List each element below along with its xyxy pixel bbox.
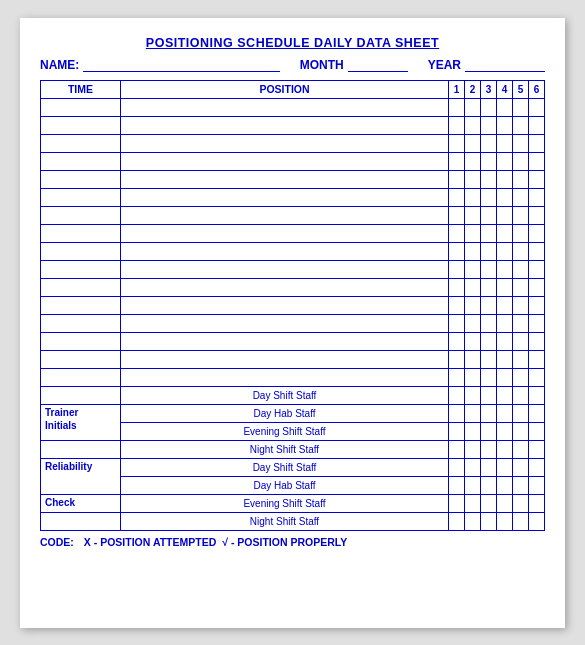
col-time-header: TIME xyxy=(41,80,121,98)
year-input-line[interactable] xyxy=(465,58,545,72)
staff-label-blank-3 xyxy=(41,512,121,530)
year-label: YEAR xyxy=(428,58,461,72)
table-row xyxy=(41,332,545,350)
col-3-header: 3 xyxy=(481,80,497,98)
table-row xyxy=(41,206,545,224)
month-input-line[interactable] xyxy=(348,58,408,72)
staff-day-shift: Day Shift Staff xyxy=(121,386,449,404)
staff-row-reliability-day-shift: Reliability Day Shift Staff xyxy=(41,458,545,476)
table-row xyxy=(41,224,545,242)
month-label: MONTH xyxy=(300,58,344,72)
code-row: CODE: X - POSITION ATTEMPTED √ - POSITIO… xyxy=(40,536,545,548)
table-row xyxy=(41,296,545,314)
table-row xyxy=(41,260,545,278)
staff-label-blank-1 xyxy=(41,386,121,404)
name-input-line[interactable] xyxy=(83,58,279,72)
table-row xyxy=(41,278,545,296)
main-table: TIME POSITION 1 2 3 4 5 6 xyxy=(40,80,545,531)
staff-row-reliability-evening: Check Evening Shift Staff xyxy=(41,494,545,512)
table-row xyxy=(41,350,545,368)
table-row xyxy=(41,152,545,170)
code-check-text: √ - POSITION PROPERLY xyxy=(222,536,347,548)
code-label: CODE: xyxy=(40,536,74,548)
col-4-header: 4 xyxy=(497,80,513,98)
col-5-header: 5 xyxy=(513,80,529,98)
table-row xyxy=(41,314,545,332)
table-row xyxy=(41,116,545,134)
table-row xyxy=(41,134,545,152)
table-row xyxy=(41,242,545,260)
col-2-header: 2 xyxy=(465,80,481,98)
table-row xyxy=(41,170,545,188)
staff-row-trainer-night: Night Shift Staff xyxy=(41,440,545,458)
table-row xyxy=(41,188,545,206)
table-header-row: TIME POSITION 1 2 3 4 5 6 xyxy=(41,80,545,98)
col-1-header: 1 xyxy=(449,80,465,98)
staff-night-shift: Night Shift Staff xyxy=(121,440,449,458)
table-row xyxy=(41,98,545,116)
rel-night-shift: Night Shift Staff xyxy=(121,512,449,530)
reliability-check-label-2: Check xyxy=(41,494,121,512)
staff-evening-shift: Evening Shift Staff xyxy=(121,422,449,440)
rel-day-hab: Day Hab Staff xyxy=(121,476,449,494)
table-row xyxy=(41,368,545,386)
staff-row-reliability-night: Night Shift Staff xyxy=(41,512,545,530)
page: POSITIONING SCHEDULE DAILY DATA SHEET NA… xyxy=(20,18,565,628)
name-label: NAME: xyxy=(40,58,79,72)
rel-evening-shift: Evening Shift Staff xyxy=(121,494,449,512)
code-x-text: X - POSITION ATTEMPTED xyxy=(84,536,216,548)
page-title: POSITIONING SCHEDULE DAILY DATA SHEET xyxy=(40,36,545,50)
staff-label-blank-2 xyxy=(41,440,121,458)
rel-day-shift: Day Shift Staff xyxy=(121,458,449,476)
staff-day-hab: Day Hab Staff xyxy=(121,404,449,422)
col-position-header: POSITION xyxy=(121,80,449,98)
staff-row-trainer-day-hab: TrainerInitials Day Hab Staff xyxy=(41,404,545,422)
staff-row-day-shift: Day Shift Staff xyxy=(41,386,545,404)
reliability-check-label-1: Reliability xyxy=(41,458,121,494)
trainer-initials-label: TrainerInitials xyxy=(41,404,121,440)
col-6-header: 6 xyxy=(529,80,545,98)
header-row: NAME: MONTH YEAR xyxy=(40,58,545,72)
